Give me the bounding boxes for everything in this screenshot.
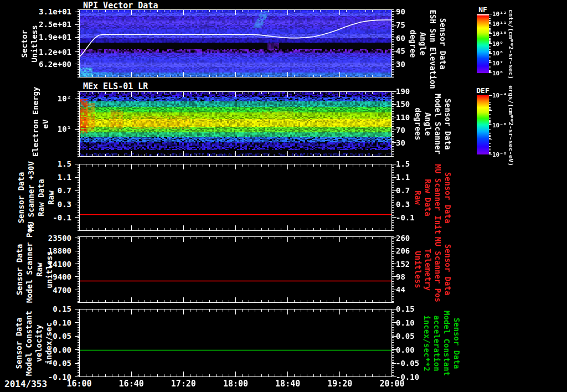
axis-label-line: MU Scanner Pos [433,236,443,303]
colorbar-tick-label: 10¹⁰ [492,30,507,38]
def-colorbar [477,95,489,154]
axis-label-line: Model Scanner [433,91,443,157]
axis-label-line: MU Scanner Init [432,164,442,231]
axis-label-line: Angle [423,91,433,157]
y-axis-label-right-npi: Sensor DataESH Sun ElevationAngledegree [408,9,447,78]
nf-colorbar-unit: cnts/(cm**2-sr-sec) [506,0,516,91]
axis-label-line: Unitless [413,236,423,303]
colorbar-title-nf: NF [471,6,495,14]
axis-label-line: velocity [33,309,43,377]
def-colorbar-unit: ergs/(cm**2-sr-sec-eV) [506,79,516,173]
axis-label-line: Model Constant [441,309,451,377]
axis-label-line: Raw [413,164,422,231]
y-axis-label-left-mu30: Sensor DataMU Scanner +30VRaw DataRaw [16,164,55,231]
axis-label-line: index/sec [43,309,53,377]
axis-label-line: Sensor Data [443,236,453,303]
x-tick-label: 20:00 [373,379,411,389]
colorbar-tick-label: 10⁷ [492,60,503,67]
science-plot-screen: NPI Vector Data MEx ELS-01 LR NF DEF 201… [0,0,567,392]
x-tick-label: 19:20 [321,379,359,389]
axis-label-line: Model Scanner Pos [24,236,34,303]
axis-label-line: eV [40,91,50,157]
axis-label-line: degrees [413,91,423,157]
axis-label-line: Sensor Data [451,309,461,377]
x-tick-label: 18:00 [217,379,255,389]
panel-title-els: MEx ELS-01 LR [83,81,148,91]
npi-axes-canvas [74,9,398,78]
axis-label-line: ESH Sun Elevation [427,9,437,78]
axis-label-line: degree [408,9,417,78]
y-axis-label-left-els: Electron EnergyeV [30,91,50,157]
pos-axes-canvas [74,236,398,303]
axis-label-line: Sensor Data [443,91,453,157]
vel-axes-canvas [74,309,398,377]
y-axis-label-left-pos: Sensor DataModel Scanner PosRawunitless [14,236,54,303]
y-axis-label-right-pos: Sensor DataMU Scanner PosTelemetryUnitle… [413,236,453,303]
axis-label-line: Raw [45,164,55,231]
nf-colorbar [477,14,489,73]
colorbar-tick-label: 10⁸ [492,50,503,57]
axis-label-line: Telemetry [423,236,433,303]
x-tick-label: 16:00 [60,379,99,389]
colorbar-tick-label: 10¹¹ [492,20,507,28]
colorbar-title-def: DEF [471,86,495,95]
colorbar-tick-label: 10¹² [492,11,507,18]
colorbar-tick-label: 10⁻⁶ [492,122,507,129]
axis-label-line: Raw Data [422,164,432,231]
y-axis-label-right-vel: Sensor DataModel Constantaccelerationinc… [421,309,461,377]
axis-label-line: MU Scanner +30V [25,164,35,231]
colorbar-tick-label: 10⁶ [492,70,503,77]
y-axis-label-right-els: Sensor DataModel ScannerAngledegrees [413,91,453,157]
axis-label-line: Sensor Data [442,164,452,231]
x-tick-label: 17:20 [164,379,203,389]
axis-label-line: incex/sec**2 [421,309,431,377]
axis-label-line: Sensor Data [437,9,447,78]
axis-label-line: Angle [417,9,427,78]
x-tick-label: 18:40 [269,379,307,389]
axis-label-line: unitless [44,236,54,303]
axis-label-line: Raw [34,236,44,303]
axis-label-line: Electron Energy [30,91,40,157]
axis-label-line: acceleration [431,309,441,377]
axis-label-line: Sensor Data [16,164,25,231]
axis-label-line: Sector [19,9,29,78]
colorbar-tick-label: 10⁻⁴ [492,92,507,99]
y-axis-label-right-mu30: Sensor DataMU Scanner InitRaw DataRaw [413,164,452,231]
y-axis-label-left-vel: Sensor DataModel Constantvelocityindex/s… [13,309,53,377]
axis-label-line: Sensor Data [13,309,23,377]
axis-label-line: Unitless [29,9,39,78]
axis-label-line: Sensor Data [14,236,24,303]
colorbar-tick-label: 10⁹ [492,40,503,48]
axis-label-line: Model Constant [23,309,33,377]
x-tick-label: 16:40 [112,379,151,389]
y-axis-label-left-npi: SectorUnitless [19,9,39,78]
mu30-axes-canvas [74,164,398,231]
els-axes-canvas [74,91,398,157]
axis-label-line: Raw Data [35,164,45,231]
colorbar-tick-label: 10⁻⁸ [492,151,507,158]
